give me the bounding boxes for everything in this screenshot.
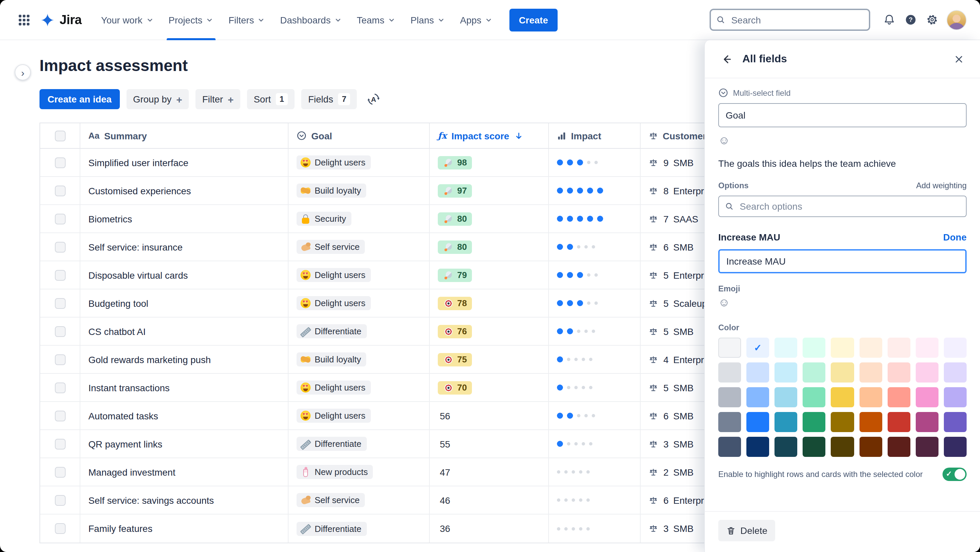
impact-rating[interactable]	[557, 356, 592, 362]
table-row[interactable]: Self service: savings accountsSelf servi…	[40, 487, 757, 514]
fields-button[interactable]: Fields7	[302, 89, 357, 109]
impact-rating[interactable]	[557, 384, 592, 391]
color-swatch[interactable]	[746, 387, 769, 407]
color-swatch[interactable]	[916, 362, 939, 383]
color-swatch[interactable]	[916, 412, 939, 432]
idea-summary[interactable]: Instant transactions	[80, 374, 288, 402]
row-checkbox[interactable]	[54, 467, 65, 477]
row-checkbox[interactable]	[54, 410, 65, 421]
nav-item-your-work[interactable]: Your work	[94, 0, 161, 40]
options-search-input[interactable]	[738, 200, 960, 212]
row-checkbox[interactable]	[54, 270, 65, 280]
option-emoji-button[interactable]: ☺	[718, 296, 733, 310]
table-row[interactable]: Automated tasksDelight users566SMB	[40, 402, 757, 430]
impact-rating[interactable]	[557, 413, 595, 419]
impact-rating[interactable]	[557, 272, 598, 278]
option-name-input[interactable]	[718, 249, 967, 273]
goal-chip[interactable]: New products	[296, 465, 373, 479]
color-swatch[interactable]	[831, 387, 854, 407]
idea-summary[interactable]: Self service: savings accounts	[80, 487, 288, 514]
impact-rating[interactable]	[557, 441, 592, 447]
color-swatch[interactable]	[718, 412, 741, 432]
idea-summary[interactable]: Managed investment	[80, 458, 288, 487]
table-row[interactable]: BiometricsSecurity807SAAS	[40, 205, 757, 233]
color-swatch[interactable]	[803, 362, 826, 383]
color-swatch[interactable]: ✓	[746, 338, 769, 358]
row-checkbox[interactable]	[54, 326, 65, 337]
idea-summary[interactable]: Gold rewards marketing push	[80, 346, 288, 374]
table-row[interactable]: Managed investmentNew products472SMB	[40, 458, 757, 487]
close-panel-button[interactable]	[951, 51, 967, 67]
color-swatch[interactable]	[775, 362, 797, 383]
done-button[interactable]: Done	[943, 232, 967, 242]
color-swatch[interactable]	[803, 437, 826, 457]
goal-chip[interactable]: Delight users	[296, 268, 371, 282]
goal-chip[interactable]: Security	[296, 212, 352, 226]
column-header-goal[interactable]: Goal	[288, 123, 430, 149]
color-swatch[interactable]	[775, 387, 797, 407]
color-swatch[interactable]	[944, 412, 967, 432]
impact-rating[interactable]	[557, 160, 598, 166]
table-row[interactable]: Self service: insuranceSelf service806SM…	[40, 233, 757, 261]
column-header-impact-score[interactable]: ƒx Impact score	[430, 123, 549, 149]
color-swatch[interactable]	[718, 338, 741, 358]
goal-chip[interactable]: Self service	[296, 493, 365, 507]
color-swatch[interactable]	[803, 412, 826, 432]
impact-rating[interactable]	[557, 470, 590, 474]
jira-logo[interactable]: Jira	[40, 13, 82, 27]
color-swatch[interactable]	[859, 437, 882, 457]
color-swatch[interactable]	[887, 412, 910, 432]
column-header-summary[interactable]: Aa Summary	[80, 123, 288, 149]
help-button[interactable]: ?	[900, 9, 921, 30]
color-swatch[interactable]	[887, 387, 910, 407]
goal-chip[interactable]: Build loyalty	[296, 353, 366, 367]
create-idea-button[interactable]: Create an idea	[40, 89, 119, 109]
table-row[interactable]: CS chatbot AIDifferentiate765SMB	[40, 317, 757, 346]
idea-summary[interactable]: QR payment links	[80, 430, 288, 458]
rank-sort-button[interactable]: A	[364, 89, 384, 109]
row-checkbox[interactable]	[54, 523, 65, 534]
idea-summary[interactable]: Budgeting tool	[80, 289, 288, 317]
row-checkbox[interactable]	[54, 185, 65, 196]
color-swatch[interactable]	[775, 437, 797, 457]
nav-item-teams[interactable]: Teams	[349, 0, 403, 40]
color-swatch[interactable]	[803, 387, 826, 407]
goal-chip[interactable]: Self service	[296, 240, 365, 254]
nav-item-dashboards[interactable]: Dashboards	[273, 0, 349, 40]
goal-chip[interactable]: Build loyalty	[296, 183, 366, 198]
row-checkbox[interactable]	[54, 298, 65, 308]
impact-rating[interactable]	[557, 328, 595, 334]
color-swatch[interactable]	[887, 338, 910, 358]
goal-chip[interactable]: Delight users	[296, 155, 371, 169]
impact-rating[interactable]	[557, 527, 590, 530]
search-input[interactable]	[730, 14, 864, 26]
color-swatch[interactable]	[746, 412, 769, 432]
color-swatch[interactable]	[944, 387, 967, 407]
goal-chip[interactable]: Delight users	[296, 408, 371, 423]
goal-chip[interactable]: Delight users	[296, 381, 371, 394]
color-swatch[interactable]	[831, 412, 854, 432]
idea-summary[interactable]: Self service: insurance	[80, 233, 288, 261]
table-row[interactable]: Customised experiencesBuild loyalty978En…	[40, 177, 757, 205]
add-weighting-link[interactable]: Add weighting	[916, 181, 967, 190]
goal-chip[interactable]: Differentiate	[296, 437, 367, 451]
color-swatch[interactable]	[916, 437, 939, 457]
color-swatch[interactable]	[718, 362, 741, 383]
table-row[interactable]: Disposable virtual cardsDelight users795…	[40, 261, 757, 289]
color-swatch[interactable]	[944, 338, 967, 358]
color-swatch[interactable]	[803, 338, 826, 358]
group-by-button[interactable]: Group by+	[126, 89, 189, 109]
nav-item-filters[interactable]: Filters	[221, 0, 273, 40]
table-row[interactable]: Simplified user interfaceDelight users98…	[40, 149, 757, 177]
create-button[interactable]: Create	[509, 8, 557, 31]
idea-summary[interactable]: CS chatbot AI	[80, 317, 288, 346]
color-swatch[interactable]	[718, 387, 741, 407]
color-swatch[interactable]	[718, 437, 741, 457]
color-swatch[interactable]	[831, 437, 854, 457]
color-swatch[interactable]	[831, 338, 854, 358]
idea-summary[interactable]: Simplified user interface	[80, 149, 288, 177]
nav-item-projects[interactable]: Projects	[161, 0, 221, 40]
back-button[interactable]	[718, 51, 734, 67]
user-avatar[interactable]	[947, 10, 967, 30]
color-swatch[interactable]	[775, 412, 797, 432]
